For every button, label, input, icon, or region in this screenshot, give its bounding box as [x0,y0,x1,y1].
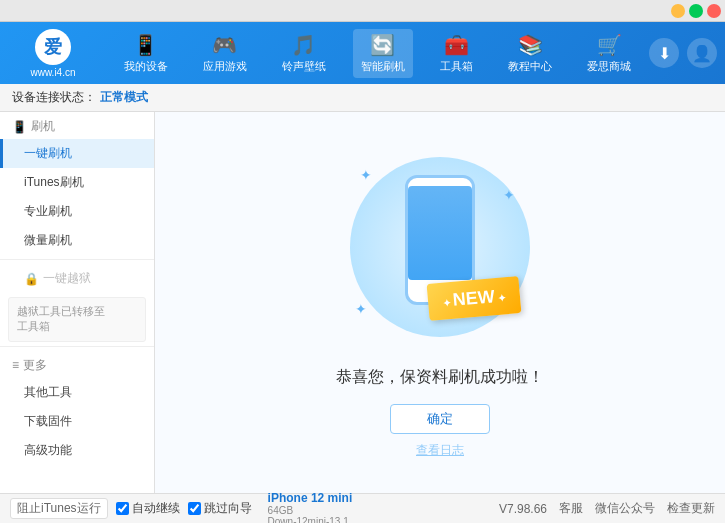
main-content: 📱 刷机 一键刷机 iTunes刷机 专业刷机 微量刷机 🔒 一键越狱 越狱工具… [0,112,725,493]
new-badge: NEW [427,276,521,321]
sidebar-item-itunes-flash[interactable]: iTunes刷机 [0,168,154,197]
sidebar: 📱 刷机 一键刷机 iTunes刷机 专业刷机 微量刷机 🔒 一键越狱 越狱工具… [0,112,155,493]
logo-area[interactable]: 爱 www.i4.cn [8,29,98,78]
download-fw-label: 下载固件 [24,414,72,428]
bottom-right: V7.98.66 客服 微信公众号 检查更新 [499,500,715,517]
skip-wizard-input[interactable] [188,502,201,515]
support-link[interactable]: 客服 [559,500,583,517]
logo-icon: 爱 [35,29,71,65]
stop-itunes-label: 阻止iTunes运行 [17,500,101,517]
smart-flash-icon: 🔄 [370,33,395,57]
nav-item-tutorial[interactable]: 📚 教程中心 [500,29,560,78]
sidebar-item-advanced[interactable]: 高级功能 [0,436,154,465]
nav-item-ringtone[interactable]: 🎵 铃声壁纸 [274,29,334,78]
nav-item-apps-games[interactable]: 🎮 应用游戏 [195,29,255,78]
jailbreak-note: 越狱工具已转移至工具箱 [8,297,146,342]
my-device-label: 我的设备 [124,59,168,74]
smart-flash-label: 智能刷机 [361,59,405,74]
sparkle-icon-3: ✦ [355,301,367,317]
flash-section-label: 刷机 [31,118,55,135]
content-area: ✦ ✦ ✦ NEW 恭喜您，保资料刷机成功啦！ 确定 查看日志 [155,112,725,493]
tutorial-label: 教程中心 [508,59,552,74]
top-nav: 爱 www.i4.cn 📱 我的设备 🎮 应用游戏 🎵 铃声壁纸 🔄 智能刷机 … [0,22,725,84]
close-button[interactable] [707,4,721,18]
sparkle-icon-1: ✦ [360,167,372,183]
pro-flash-label: 专业刷机 [24,204,72,218]
micro-flash-label: 微量刷机 [24,233,72,247]
auto-flash-input[interactable] [116,502,129,515]
logo-url: www.i4.cn [30,67,75,78]
skip-wizard-checkbox[interactable]: 跳过向导 [188,500,252,517]
title-bar [0,0,725,22]
status-value: 正常模式 [100,89,148,106]
device-model: Down-12mini-13,1 [268,516,353,524]
stop-itunes-button[interactable]: 阻止iTunes运行 [10,498,108,519]
auto-flash-checkbox[interactable]: 自动继续 [116,500,180,517]
version-text: V7.98.66 [499,502,547,516]
success-text: 恭喜您，保资料刷机成功啦！ [336,367,544,388]
store-label: 爱思商城 [587,59,631,74]
maximize-button[interactable] [689,4,703,18]
ringtone-icon: 🎵 [291,33,316,57]
sidebar-section-more: ≡ 更多 [0,351,154,378]
sidebar-item-micro-flash[interactable]: 微量刷机 [0,226,154,255]
lock-icon: 🔒 [24,272,39,286]
minimize-button[interactable] [671,4,685,18]
status-bar: 设备连接状态： 正常模式 [0,84,725,112]
more-section-icon: ≡ [12,358,19,372]
device-capacity: 64GB [268,505,353,516]
diary-link[interactable]: 查看日志 [416,442,464,459]
sidebar-item-one-click[interactable]: 一键刷机 [0,139,154,168]
nav-item-my-device[interactable]: 📱 我的设备 [116,29,176,78]
bottom-bar: 阻止iTunes运行 自动继续 跳过向导 iPhone 12 mini 64GB… [0,493,725,523]
ringtone-label: 铃声壁纸 [282,59,326,74]
sidebar-section-flash: 📱 刷机 [0,112,154,139]
sidebar-divider-1 [0,259,154,260]
nav-items: 📱 我的设备 🎮 应用游戏 🎵 铃声壁纸 🔄 智能刷机 🧰 工具箱 📚 教程中心… [106,29,649,78]
sparkle-icon-2: ✦ [503,187,515,203]
device-info: iPhone 12 mini 64GB Down-12mini-13,1 [268,491,353,524]
user-button[interactable]: 👤 [687,38,717,68]
toolbox-icon: 🧰 [444,33,469,57]
wechat-link[interactable]: 微信公众号 [595,500,655,517]
sidebar-item-download-fw[interactable]: 下载固件 [0,407,154,436]
nav-item-smart-flash[interactable]: 🔄 智能刷机 [353,29,413,78]
skip-wizard-label: 跳过向导 [204,500,252,517]
tutorial-icon: 📚 [518,33,543,57]
bottom-left: 阻止iTunes运行 自动继续 跳过向导 iPhone 12 mini 64GB… [10,491,352,524]
nav-right: ⬇ 👤 [649,38,717,68]
one-click-label: 一键刷机 [24,146,72,160]
apps-label: 应用游戏 [203,59,247,74]
phone-illustration: ✦ ✦ ✦ NEW [340,147,540,347]
sidebar-divider-2 [0,346,154,347]
sidebar-item-other-tools[interactable]: 其他工具 [0,378,154,407]
advanced-label: 高级功能 [24,443,72,457]
device-name: iPhone 12 mini [268,491,353,505]
jailbreak-note-text: 越狱工具已转移至工具箱 [17,305,105,332]
flash-section-icon: 📱 [12,120,27,134]
jailbreak-label: 一键越狱 [43,270,91,287]
download-button[interactable]: ⬇ [649,38,679,68]
other-tools-label: 其他工具 [24,385,72,399]
check-update-link[interactable]: 检查更新 [667,500,715,517]
confirm-button[interactable]: 确定 [390,404,490,434]
status-label: 设备连接状态： [12,89,96,106]
nav-item-store[interactable]: 🛒 爱思商城 [579,29,639,78]
toolbox-label: 工具箱 [440,59,473,74]
phone-screen [408,186,472,280]
itunes-flash-label: iTunes刷机 [24,175,84,189]
auto-flash-label: 自动继续 [132,500,180,517]
store-icon: 🛒 [597,33,622,57]
sidebar-item-jailbreak-disabled: 🔒 一键越狱 [0,264,154,293]
apps-icon: 🎮 [212,33,237,57]
sidebar-item-pro-flash[interactable]: 专业刷机 [0,197,154,226]
my-device-icon: 📱 [133,33,158,57]
nav-item-toolbox[interactable]: 🧰 工具箱 [432,29,481,78]
more-section-label: 更多 [23,357,47,374]
